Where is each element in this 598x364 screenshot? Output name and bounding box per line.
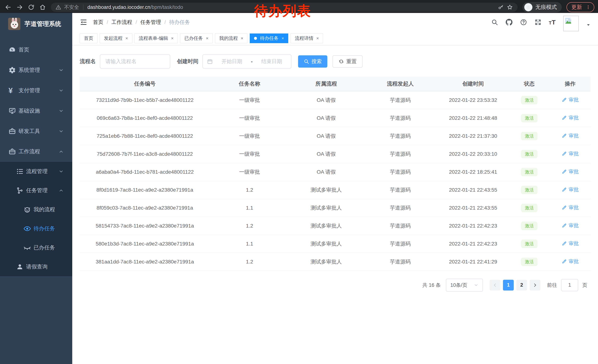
sidebar-item-done-task[interactable]: 已办任务 <box>0 238 72 257</box>
cell-task-id: a6aba0a4-7b6d-11ec-b781-acde48001122 <box>80 163 210 181</box>
search-icon[interactable] <box>491 19 498 26</box>
goto-page-input[interactable] <box>561 279 578 291</box>
next-page-button[interactable] <box>530 280 540 291</box>
tab-item[interactable]: 已办任务× <box>180 33 213 43</box>
table-header-row: 任务编号任务名称所属流程流程发起人创建时间状态操作 <box>80 77 590 91</box>
approve-link[interactable]: 审批 <box>562 222 579 229</box>
table-row: 8f0d1619-7ac8-11ec-a9e2-a2380e71991a1.2测… <box>80 181 590 199</box>
bookmark-star-icon[interactable] <box>507 4 513 10</box>
address-bar[interactable]: 不安全 dashboard.yudao.iocoder.cn/bpm/task/… <box>51 3 518 12</box>
sidebar-item-home[interactable]: 首页 <box>0 40 72 60</box>
search-button[interactable]: 搜索 <box>298 55 327 68</box>
cell-action: 审批 <box>550 127 590 145</box>
sidebar-toggle-icon[interactable] <box>80 18 87 26</box>
app-logo[interactable]: 芋道管理系统 <box>0 13 72 35</box>
approve-link[interactable]: 审批 <box>562 114 579 121</box>
cell-created: 2022-01-21 22:42:23 <box>437 235 509 253</box>
github-icon[interactable] <box>506 19 513 26</box>
tab-close-icon[interactable]: × <box>241 36 243 41</box>
user-icon <box>16 263 24 270</box>
tab-close-icon[interactable]: × <box>316 36 319 41</box>
approve-link[interactable]: 审批 <box>562 168 579 175</box>
table-row: 381aa1dd-7ac8-11ec-a9e2-a2380e71991a1.2测… <box>80 253 590 271</box>
status-badge: 激活 <box>521 240 537 248</box>
cell-starter: 芋道源码 <box>363 235 437 253</box>
chevron-up-icon <box>58 149 64 154</box>
sidebar-item-my-process[interactable]: 我的流程 <box>0 200 72 219</box>
approve-link[interactable]: 审批 <box>562 186 579 193</box>
approve-link[interactable]: 审批 <box>562 150 579 157</box>
status-badge: 激活 <box>521 96 537 104</box>
table-body: 73211d9d-7b9b-11ec-b5b7-acde48001122一级审批… <box>80 91 590 271</box>
approve-link[interactable]: 审批 <box>562 204 579 211</box>
cell-status: 激活 <box>509 109 550 127</box>
sidebar-item-process-mgmt[interactable]: 流程管理 <box>0 162 72 181</box>
sidebar-item-todo-task[interactable]: 待办任务 <box>0 219 72 238</box>
prev-page-button[interactable] <box>490 280 500 291</box>
incognito-icon <box>524 3 532 11</box>
cell-process: 测试多审批人 <box>289 199 363 217</box>
browser-update-button[interactable]: 更新 <box>566 2 594 12</box>
sidebar-item-devtools[interactable]: 研发工具 <box>0 121 72 141</box>
approve-link[interactable]: 审批 <box>562 97 579 103</box>
filter-form: 流程名 创建时间 开始日期 - 结束日期 搜索 重置 <box>80 54 590 68</box>
approve-link[interactable]: 审批 <box>562 240 579 247</box>
tab-active-item[interactable]: 待办任务× <box>250 33 288 43</box>
sidebar-item-infra[interactable]: 基础设施 <box>0 101 72 121</box>
tab-close-icon[interactable]: × <box>171 36 174 41</box>
sidebar-item-leave-query[interactable]: 请假查询 <box>0 257 72 276</box>
process-name-label: 流程名 <box>80 58 96 65</box>
date-range-picker[interactable]: 开始日期 - 结束日期 <box>202 54 291 68</box>
breadcrumb-item[interactable]: 工作流程 <box>112 19 132 26</box>
reset-button[interactable]: 重置 <box>332 55 363 68</box>
fullscreen-icon[interactable] <box>534 19 541 26</box>
breadcrumb-item[interactable]: 首页 <box>93 19 103 26</box>
pen-icon <box>562 223 567 228</box>
page-number-button[interactable]: 2 <box>516 280 527 291</box>
browser-home-button[interactable] <box>39 4 46 11</box>
tab-item[interactable]: 发起流程× <box>100 33 132 43</box>
breadcrumb-item[interactable]: 任务管理 <box>141 19 161 26</box>
user-avatar[interactable] <box>563 16 579 31</box>
dashboard-icon <box>8 46 16 54</box>
help-icon[interactable] <box>520 19 527 26</box>
update-label: 更新 <box>571 4 582 11</box>
browser-forward-button[interactable] <box>16 4 23 11</box>
browser-back-button[interactable] <box>5 4 11 11</box>
font-size-icon[interactable]: TT <box>549 19 556 26</box>
yen-icon: ¥ <box>8 87 16 94</box>
cell-task-name: 1.1 <box>210 199 289 217</box>
process-name-input[interactable] <box>100 54 170 68</box>
pen-icon <box>562 241 567 246</box>
page-number-button[interactable]: 1 <box>503 280 514 291</box>
pen-icon <box>562 205 567 210</box>
tab-close-icon[interactable]: × <box>206 36 208 41</box>
tab-label: 我的流程 <box>219 35 238 41</box>
tab-item[interactable]: 首页 <box>80 33 98 43</box>
approve-link[interactable]: 审批 <box>562 132 579 139</box>
sidebar-item-payment[interactable]: ¥支付管理 <box>0 80 72 101</box>
approve-link[interactable]: 审批 <box>562 258 579 265</box>
cell-status: 激活 <box>509 235 550 253</box>
sidebar-item-label: 支付管理 <box>18 87 40 94</box>
browser-menu-icon[interactable] <box>586 4 590 10</box>
page-size-select[interactable]: 10条/页 <box>446 279 483 291</box>
tab-item[interactable]: 我的流程× <box>215 33 248 43</box>
sidebar-item-task-mgmt[interactable]: 任务管理 <box>0 181 72 200</box>
tab-close-icon[interactable]: × <box>281 36 284 41</box>
cell-process: OA 请假 <box>289 109 363 127</box>
sidebar-item-system[interactable]: 系统管理 <box>0 60 72 80</box>
breadcrumb-separator: / <box>136 19 137 25</box>
page-unit-label: 页 <box>582 282 587 289</box>
tab-close-icon[interactable]: × <box>125 36 128 41</box>
cell-created: 2022-01-22 20:33:10 <box>437 145 509 163</box>
cell-starter: 芋道源码 <box>363 217 437 235</box>
avatar-caret-icon[interactable] <box>586 23 590 27</box>
tab-item[interactable]: 流程表单-编辑× <box>134 33 178 43</box>
password-key-icon[interactable] <box>498 4 504 10</box>
cell-task-id: 58154733-7ac8-11ec-a9e2-a2380e71991a <box>80 217 210 235</box>
cell-starter: 芋道源码 <box>363 163 437 181</box>
browser-reload-button[interactable] <box>28 4 34 11</box>
sidebar-item-workflow[interactable]: 工作流程 <box>0 141 72 162</box>
tab-item[interactable]: 流程详情× <box>291 33 323 43</box>
